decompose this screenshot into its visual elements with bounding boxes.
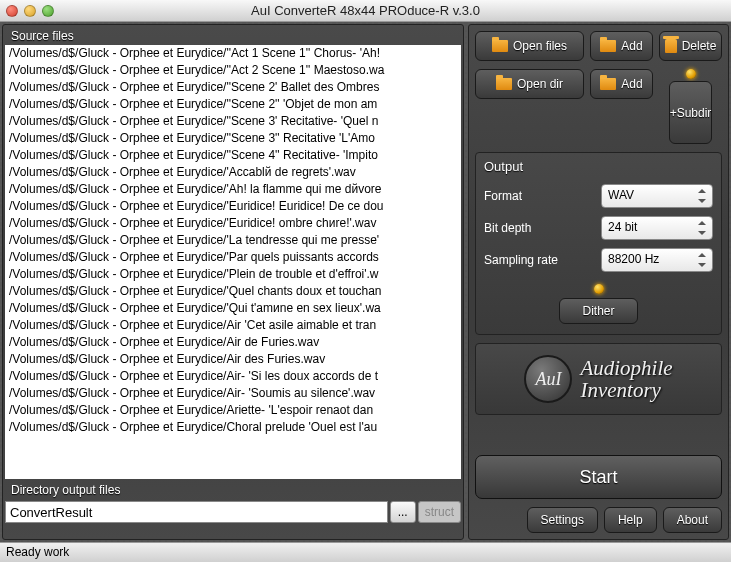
open-files-label: Open files: [513, 39, 567, 53]
folder-icon: [492, 40, 508, 52]
left-panel: Source files /Volumes/d$/Gluck - Orphee …: [2, 24, 464, 540]
list-item[interactable]: /Volumes/d$/Gluck - Orphee et Eurydice/'…: [5, 164, 461, 181]
list-item[interactable]: /Volumes/d$/Gluck - Orphee et Eurydice/A…: [5, 368, 461, 385]
about-button[interactable]: About: [663, 507, 722, 533]
brand-text: Audiophile Inventory: [580, 357, 672, 401]
open-dir-label: Open dir: [517, 77, 563, 91]
list-item[interactable]: /Volumes/d$/Gluck - Orphee et Eurydice/A…: [5, 351, 461, 368]
list-item[interactable]: /Volumes/d$/Gluck - Orphee et Eurydice/'…: [5, 79, 461, 96]
start-button[interactable]: Start: [475, 455, 722, 499]
list-item[interactable]: /Volumes/d$/Gluck - Orphee et Eurydice/'…: [5, 283, 461, 300]
brand-emblem: AuI: [524, 355, 572, 403]
format-label: Format: [484, 189, 593, 203]
list-item[interactable]: /Volumes/d$/Gluck - Orphee et Eurydice/'…: [5, 45, 461, 62]
help-button[interactable]: Help: [604, 507, 657, 533]
list-item[interactable]: /Volumes/d$/Gluck - Orphee et Eurydice/'…: [5, 147, 461, 164]
brand-line1: Audiophile: [580, 357, 672, 379]
open-dir-button[interactable]: Open dir: [475, 69, 584, 99]
add-files-label: Add: [621, 39, 642, 53]
add-files-button[interactable]: Add: [590, 31, 653, 61]
folder-icon: [496, 78, 512, 90]
list-item[interactable]: /Volumes/d$/Gluck - Orphee et Eurydice/A…: [5, 402, 461, 419]
subdir-led-icon: [686, 69, 696, 79]
open-files-button[interactable]: Open files: [475, 31, 584, 61]
list-item[interactable]: /Volumes/d$/Gluck - Orphee et Eurydice/'…: [5, 130, 461, 147]
output-group-title: Output: [484, 159, 713, 174]
list-item[interactable]: /Volumes/d$/Gluck - Orphee et Eurydice/A…: [5, 385, 461, 402]
folder-icon: [600, 78, 616, 90]
add-dir-label: Add: [621, 77, 642, 91]
delete-label: Delete: [682, 39, 717, 53]
window-zoom-button[interactable]: [42, 5, 54, 17]
output-dir-label: Directory output files: [3, 479, 463, 499]
subdir-label: +Subdir: [670, 106, 712, 120]
list-item[interactable]: /Volumes/d$/Gluck - Orphee et Eurydice/'…: [5, 300, 461, 317]
list-item[interactable]: /Volumes/d$/Gluck - Orphee et Eurydice/'…: [5, 215, 461, 232]
folder-icon: [600, 40, 616, 52]
bitdepth-select[interactable]: 24 bit: [601, 216, 713, 240]
browse-output-dir-button[interactable]: ...: [390, 501, 416, 523]
right-panel: Open files Add Delete Open dir Add: [468, 24, 729, 540]
list-item[interactable]: /Volumes/d$/Gluck - Orphee et Eurydice/'…: [5, 96, 461, 113]
titlebar: AuI ConverteR 48x44 PROduce-R v.3.0: [0, 0, 731, 22]
output-dir-input[interactable]: [5, 501, 388, 523]
srate-select[interactable]: 88200 Hz: [601, 248, 713, 272]
list-item[interactable]: /Volumes/d$/Gluck - Orphee et Eurydice/'…: [5, 266, 461, 283]
list-item[interactable]: /Volumes/d$/Gluck - Orphee et Eurydice/'…: [5, 249, 461, 266]
source-file-list[interactable]: /Volumes/d$/Gluck - Orphee et Eurydice/'…: [5, 45, 461, 479]
window-title: AuI ConverteR 48x44 PROduce-R v.3.0: [0, 3, 731, 18]
output-group: Output Format WAV Bit depth 24 bit Sampl…: [475, 152, 722, 335]
settings-button[interactable]: Settings: [527, 507, 598, 533]
list-item[interactable]: /Volumes/d$/Gluck - Orphee et Eurydice/'…: [5, 113, 461, 130]
main-area: Source files /Volumes/d$/Gluck - Orphee …: [0, 22, 731, 542]
add-dir-button[interactable]: Add: [590, 69, 653, 99]
delete-button[interactable]: Delete: [659, 31, 722, 61]
srate-label: Sampling rate: [484, 253, 593, 267]
list-item[interactable]: /Volumes/d$/Gluck - Orphee et Eurydice/'…: [5, 232, 461, 249]
format-select[interactable]: WAV: [601, 184, 713, 208]
subdir-button[interactable]: +Subdir: [669, 81, 713, 144]
struct-button[interactable]: struct: [418, 501, 461, 523]
brand-line2: Inventory: [580, 379, 672, 401]
window-minimize-button[interactable]: [24, 5, 36, 17]
window-close-button[interactable]: [6, 5, 18, 17]
list-item[interactable]: /Volumes/d$/Gluck - Orphee et Eurydice/A…: [5, 317, 461, 334]
list-item[interactable]: /Volumes/d$/Gluck - Orphee et Eurydice/'…: [5, 181, 461, 198]
list-item[interactable]: /Volumes/d$/Gluck - Orphee et Eurydice/C…: [5, 419, 461, 436]
bitdepth-label: Bit depth: [484, 221, 593, 235]
dither-label: Dither: [582, 304, 614, 318]
list-item[interactable]: /Volumes/d$/Gluck - Orphee et Eurydice/'…: [5, 198, 461, 215]
brand-logo: AuI Audiophile Inventory: [475, 343, 722, 415]
trash-icon: [665, 39, 677, 53]
list-item[interactable]: /Volumes/d$/Gluck - Orphee et Eurydice/'…: [5, 62, 461, 79]
dither-led-icon: [594, 284, 604, 294]
list-item[interactable]: /Volumes/d$/Gluck - Orphee et Eurydice/A…: [5, 334, 461, 351]
status-bar: Ready work: [0, 542, 731, 562]
source-files-label: Source files: [3, 25, 463, 45]
dither-button[interactable]: Dither: [559, 298, 637, 324]
